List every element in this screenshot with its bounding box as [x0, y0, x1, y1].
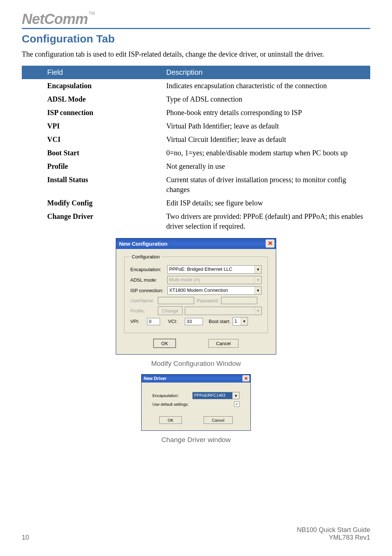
- vci-field[interactable]: [185, 318, 203, 325]
- encapsulation-select[interactable]: PPPoE/RFC1483 ▼: [192, 392, 240, 399]
- cancel-button[interactable]: Cancel: [204, 416, 233, 424]
- chevron-down-icon: ▼: [254, 276, 261, 284]
- table-row: Boot Start0=no, 1=yes; enable/disable mo…: [22, 146, 370, 160]
- encapsulation-label: Encapsulation:: [152, 393, 190, 398]
- table-row: Install StatusCurrent status of driver i…: [22, 173, 370, 196]
- trademark: TM: [89, 11, 95, 16]
- page-footer: 10 NB100 Quick Start Guide YML783 Rev1: [22, 526, 370, 541]
- page-number: 10: [22, 534, 29, 541]
- chevron-down-icon: ▼: [241, 318, 248, 325]
- username-label: UserName:: [130, 298, 156, 303]
- table-row: EncapsulationIndicates encapsulation cha…: [22, 79, 370, 93]
- new-configuration-dialog: New Configuration ✕ Configuration Encaps…: [116, 238, 276, 355]
- use-default-label: Use default settings:: [152, 402, 190, 406]
- section-title: Configuration Tab: [22, 33, 370, 45]
- encapsulation-select[interactable]: PPPoE: Bridged Ethernet LLC ▼: [167, 265, 262, 274]
- dialog-title: New Driver: [144, 376, 167, 381]
- password-label: Password:: [196, 298, 219, 303]
- ok-button[interactable]: OK: [159, 416, 182, 424]
- group-label: Configuration: [130, 254, 161, 259]
- table-row: ISP connectionPhone-book entry details c…: [22, 106, 370, 119]
- profile-select: ▼: [185, 307, 262, 315]
- new-driver-dialog: New Driver ✕ Encapsulation: PPPoE/RFC148…: [141, 374, 251, 431]
- vpi-label: VPI:: [130, 319, 145, 324]
- table-row: Modify ConfigEdit ISP details; see figur…: [22, 196, 370, 210]
- boot-start-label: Boot start:: [209, 319, 230, 324]
- table-row: ADSL ModeType of ADSL connection: [22, 93, 370, 106]
- ok-button[interactable]: OK: [154, 339, 176, 348]
- table-row: VPIVirtual Path Identifier; leave as def…: [22, 119, 370, 133]
- chevron-down-icon: ▼: [254, 307, 261, 315]
- table-row: ProfileNot generally in use: [22, 160, 370, 173]
- doc-rev: YML783 Rev1: [297, 534, 370, 541]
- adsl-mode-label: ADSL mode:: [130, 277, 165, 283]
- adsl-mode-select: Multi-mode (A) ▼: [167, 276, 262, 284]
- doc-title: NB100 Quick Start Guide: [297, 526, 370, 534]
- boot-start-select[interactable]: 1 ▼: [233, 317, 248, 326]
- cancel-button[interactable]: Cancel: [208, 339, 238, 348]
- chevron-down-icon: ▼: [254, 287, 261, 294]
- intro-text: The configuration tab is used to edit IS…: [22, 49, 370, 59]
- header-divider: [22, 28, 370, 29]
- change-driver-caption: Change Driver window: [22, 436, 370, 444]
- dialog-titlebar[interactable]: New Driver ✕: [142, 375, 250, 383]
- password-field: [221, 297, 257, 304]
- table-row: VCIVirtual Circuit Identifier; leave as …: [22, 133, 370, 146]
- use-default-checkbox[interactable]: ✓: [234, 401, 240, 407]
- dialog-titlebar[interactable]: New Configuration ✕: [116, 238, 276, 249]
- change-button: Change: [158, 306, 183, 315]
- brand-logo: NetComm: [22, 11, 88, 27]
- dialog-title: New Configuration: [119, 241, 167, 247]
- vpi-field[interactable]: [147, 318, 160, 325]
- col-field: Field: [22, 66, 161, 79]
- chevron-down-icon: ▼: [254, 266, 261, 273]
- col-description: Description: [161, 66, 370, 79]
- isp-connection-select[interactable]: XT1800 Modem Connection ▼: [167, 286, 262, 295]
- username-field: [158, 297, 194, 304]
- encapsulation-label: Encapsulation:: [130, 267, 165, 272]
- profile-label: Profile:: [130, 308, 156, 314]
- chevron-down-icon: ▼: [232, 392, 239, 399]
- fields-table: Field Description EncapsulationIndicates…: [22, 66, 370, 233]
- isp-connection-label: ISP connection:: [130, 288, 165, 293]
- close-icon[interactable]: ✕: [266, 240, 274, 248]
- modify-config-caption: Modify Configuration Window: [22, 360, 370, 368]
- close-icon[interactable]: ✕: [242, 375, 249, 381]
- table-row: Change DriverTwo drivers are provided: P…: [22, 210, 370, 233]
- vci-label: VCI:: [168, 319, 183, 324]
